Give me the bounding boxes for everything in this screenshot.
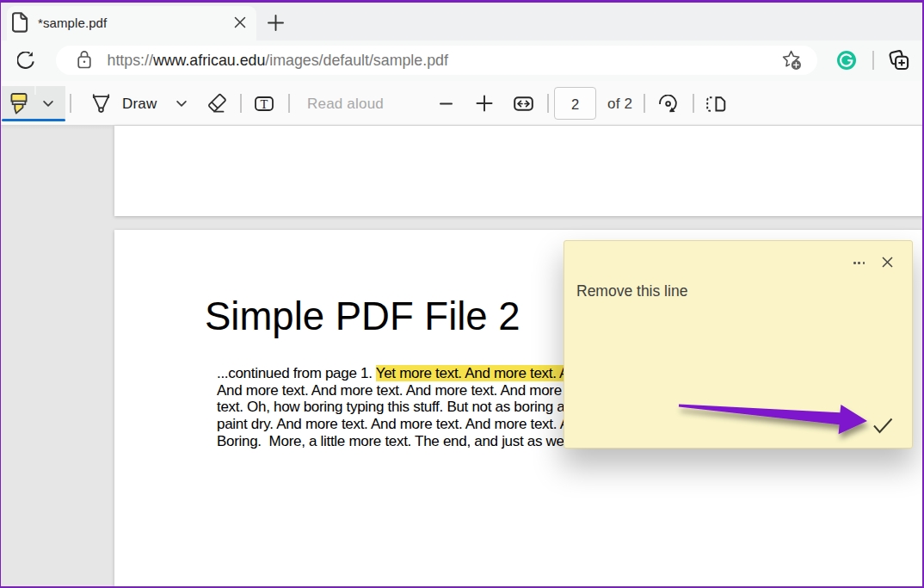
svg-text:T: T [261,97,268,111]
